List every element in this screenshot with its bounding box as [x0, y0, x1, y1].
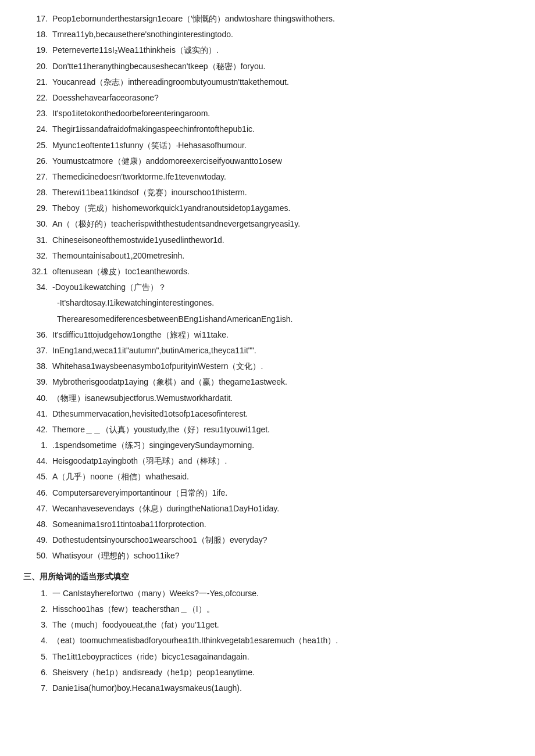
item-number: 6.	[23, 665, 52, 680]
item-text: -Doyou1ikewatching（广告）？	[52, 280, 512, 295]
list-item: 47.Wecanhavesevendays（休息）duringtheNation…	[23, 501, 512, 516]
item-text: Doesshehavearfaceorasone?	[52, 91, 512, 105]
item-text: oftenusean（橡皮）toc1eanthewords.	[52, 264, 512, 279]
item-text: The（much）foodyoueat,the（fat）you'11get.	[52, 618, 512, 632]
item-number: 46.	[23, 486, 52, 500]
item-number: 29.	[23, 201, 52, 216]
list-item: 40.（物理）isanewsubjectforus.Wemustworkhard…	[23, 391, 512, 406]
item-number: 37.	[23, 343, 52, 358]
item-text: Someanima1sro11tintoaba11forprotection.	[52, 517, 512, 532]
list-item: 21.Youcanread（杂志）inthereadingroombutyoum…	[23, 75, 512, 89]
list-item: 46.Computersareveryimportantinour（日常的）1i…	[23, 486, 512, 500]
list-item: 50.Whatisyour（理想的）schoo11ike?	[23, 549, 512, 563]
item-number: 38.	[23, 359, 52, 374]
list-item: 3.The（much）foodyoueat,the（fat）you'11get.	[23, 618, 512, 632]
list-item: 38.Whitehasa1waysbeenasymbо1оfpurityinWe…	[23, 359, 512, 374]
item-text: Computersareveryimportantinour（日常的）1ife.	[52, 486, 512, 500]
item-number: 34.	[23, 280, 52, 295]
item-text: Youmustcatmore（健康）anddomoreexerciseifyou…	[52, 154, 512, 169]
list-item: 19.Peterneverte11sI₂Wea11thinkheis（诚实的）.	[23, 43, 512, 58]
item-number: 4.	[23, 633, 52, 648]
list-item: 41.Dthesummervacation,hevisited1otsofp1a…	[23, 407, 512, 421]
main-content: 17.Peop1ebornunderthestarsign1eoare（'慷慨的…	[23, 12, 512, 696]
item-text: Whatisyour（理想的）schoo11ike?	[52, 549, 512, 563]
item-text: Peop1ebornunderthestarsign1eoare（'慷慨的）an…	[52, 12, 512, 26]
list-item: 4.（eat）toomuchmeatisbadforyourhea1th.Ith…	[23, 633, 512, 648]
item-number: 3.	[23, 618, 52, 632]
item-text: A（几乎）noone（相信）whathesaid.	[52, 470, 512, 484]
item-number: 23.	[23, 106, 52, 121]
list-item: 17.Peop1ebornunderthestarsign1eoare（'慷慨的…	[23, 12, 512, 26]
item-number: 7.	[23, 681, 52, 696]
item-number: 26.	[23, 154, 52, 169]
list-item: 44.Heisgoodatp1ayingboth（羽毛球）and（棒球）.	[23, 454, 512, 468]
list-item: 1..1spendsometime（练习）singingeverySundaym…	[23, 438, 512, 453]
list-item: 49.Dothestudentsinyourschoo1wearschoo1（制…	[23, 533, 512, 547]
item-number: 31.	[23, 233, 52, 248]
list-item: 5.The1itt1eboypractices（ride）bicyc1esaga…	[23, 650, 512, 664]
item-number: 47.	[23, 501, 52, 516]
item-text: Whitehasa1waysbeenasymbо1оfpurityinWeste…	[52, 359, 512, 374]
item-text: Hisschoo1has（few）teachersthan＿（I）。	[52, 602, 512, 617]
item-text: Theboy（完成）hishomeworkquick1yandranoutsid…	[52, 201, 512, 216]
list-item: 36.It'sdifficu1ttojudgehow1ongthe（旅程）wi1…	[23, 328, 512, 342]
list-item: 39.Mybrotherisgoodatp1aying（象棋）and（赢）the…	[23, 375, 512, 389]
item-number: 39.	[23, 375, 52, 389]
item-text: Sheisvery（he1p）andisready（he1p）peop1eany…	[52, 665, 512, 680]
item-text: Heisgoodatp1ayingboth（羽毛球）and（棒球）.	[52, 454, 512, 468]
list-item: 32.1oftenusean（橡皮）toc1eanthewords.	[23, 264, 512, 279]
item-text: Mybrotherisgoodatp1aying（象棋）and（赢）thegam…	[52, 375, 512, 389]
list-item: 45.A（几乎）noone（相信）whathesaid.	[23, 470, 512, 484]
item-text: Wecanhavesevendays（休息）duringtheNationa1D…	[52, 501, 512, 516]
list-item: 2.Hisschoo1has（few）teachersthan＿（I）。	[23, 602, 512, 617]
list-item: 26.Youmustcatmore（健康）anddomoreexerciseif…	[23, 154, 512, 169]
item-text: It'sdifficu1ttojudgehow1ongthe（旅程）wi11ta…	[52, 328, 512, 342]
item-number: 2.	[23, 602, 52, 617]
item-text: Youcanread（杂志）inthereadingroombutyoumust…	[52, 75, 512, 89]
item-number: 36.	[23, 328, 52, 342]
section-3-header: 三、用所给词的适当形式填空	[23, 569, 512, 584]
list-item: 6.Sheisvery（he1p）andisready（he1p）peop1ea…	[23, 665, 512, 680]
item-text: Chineseisoneofthemostwide1yusedlinthewor…	[52, 233, 512, 248]
list-item: 23.It'spo1itetokonthedoorbeforeenteringa…	[23, 106, 512, 121]
item-number: 5.	[23, 650, 52, 664]
item-number: 42.	[23, 422, 52, 437]
item-number: 1.	[23, 586, 52, 601]
list-item: 20.Don'tte11heranythingbecauseshecan'tke…	[23, 59, 512, 74]
item-number: 32.	[23, 249, 52, 263]
item-text: 一 CanIstayherefortwo（many）Weeks?一-Yes,of…	[52, 586, 512, 601]
list-item: 42.Themore＿＿（认真）youstudy,the（好）resu1tyou…	[23, 422, 512, 437]
item-number: 1.	[23, 438, 52, 453]
item-text: Themore＿＿（认真）youstudy,the（好）resu1tyouwi1…	[52, 422, 512, 437]
item-text: The1itt1eboypractices（ride）bicyc1esagain…	[52, 650, 512, 664]
item-number: 24.	[23, 122, 52, 137]
list-item: 1.一 CanIstayherefortwo（many）Weeks?一-Yes,…	[23, 586, 512, 601]
item-text: Themedicinedoesn'tworktorme.Ife1tevenwto…	[52, 170, 512, 184]
item-number: 19.	[23, 43, 52, 58]
item-number: 49.	[23, 533, 52, 547]
list-item: 18.Тmrea11yb,becausethere'snothingintere…	[23, 27, 512, 42]
item-number: 48.	[23, 517, 52, 532]
item-text: .1spendsometime（练习）singingeverySundaymor…	[52, 438, 512, 453]
list-item: 25.Myunc1eoftente11sfunny（笑话）·Hehasasofh…	[23, 138, 512, 153]
item-number: 21.	[23, 75, 52, 89]
list-item: TherearesomediferencesbetweenBEng1ishand…	[23, 312, 512, 327]
list-item: 29.Theboy（完成）hishomeworkquick1yandranout…	[23, 201, 512, 216]
item-text: An（（极好的）teacherispwiththestudentsandneve…	[52, 217, 512, 231]
list-item: 24.Thegir1issandafraidofmakingaspeechinf…	[23, 122, 512, 137]
item-number: 27.	[23, 170, 52, 184]
item-text: InEng1and,weca11it"autumn",butinAmerica,…	[52, 343, 512, 358]
item-number: 44.	[23, 454, 52, 468]
item-number: 41.	[23, 407, 52, 421]
list-item: 27.Themedicinedoesn'tworktorme.Ife1teven…	[23, 170, 512, 184]
item-text: Themountainisabout1,200metresinh.	[52, 249, 512, 263]
list-item: 30.An（（极好的）teacherispwiththestudentsandn…	[23, 217, 512, 231]
item-text: （eat）toomuchmeatisbadforyourhea1th.Ithin…	[52, 633, 512, 648]
item-number: 30.	[23, 217, 52, 231]
item-number: 25.	[23, 138, 52, 153]
item-text: Thegir1issandafraidofmakingaspeechinfron…	[52, 122, 512, 137]
item-text: Peterneverte11sI₂Wea11thinkheis（诚实的）.	[52, 43, 512, 58]
list-item: -It'shardtosay.I1ikewatchinginterestingo…	[23, 296, 512, 310]
list-item: 31.Chineseisoneofthemostwide1yusedlinthe…	[23, 233, 512, 248]
list-item: 28.Therewi11bea11kindsof（竞赛）inourschoo1t…	[23, 185, 512, 200]
